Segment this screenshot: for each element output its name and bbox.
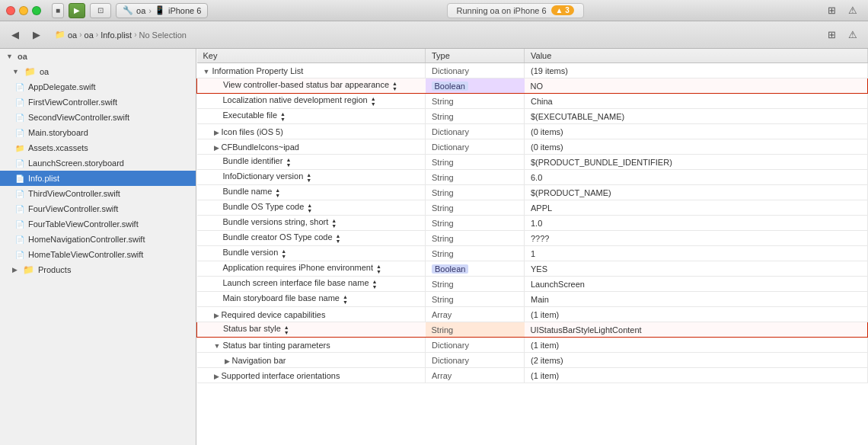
type-label: Dictionary bbox=[432, 341, 469, 350]
warning-icon[interactable]: ⚠ bbox=[844, 2, 862, 20]
table-row[interactable]: Bundle version▲▼String1 bbox=[197, 246, 868, 261]
sidebar-item-mainstoryboard[interactable]: 📄 Main.storyboard bbox=[0, 125, 196, 140]
stepper[interactable]: ▲▼ bbox=[281, 248, 286, 259]
stepper[interactable]: ▲▼ bbox=[376, 264, 381, 274]
plist-key-cell: Bundle versions string, short▲▼ bbox=[197, 216, 426, 231]
sidebar-item-products[interactable]: ▶ 📁 Products bbox=[0, 262, 196, 277]
sidebar-item-fourtablevc[interactable]: 📄 FourTableViewController.swift bbox=[0, 216, 196, 232]
table-row[interactable]: Status bar style▲▼StringUIStatusBarStyle… bbox=[197, 322, 868, 338]
sidebar-toggle-button[interactable]: ⊞ bbox=[822, 2, 841, 20]
maximize-button[interactable] bbox=[32, 6, 41, 15]
table-row[interactable]: ▶Required device capabilitiesArray(1 ite… bbox=[197, 307, 868, 322]
table-row[interactable]: Bundle identifier▲▼String$(PRODUCT_BUNDL… bbox=[197, 155, 868, 170]
disclosure-icon[interactable]: ▶ bbox=[214, 129, 219, 136]
breadcrumb-sep1: › bbox=[79, 30, 81, 39]
table-row[interactable]: View controller-based status bar appeara… bbox=[197, 78, 868, 94]
sidebar-item-secondvc[interactable]: 📄 SecondViewController.swift bbox=[0, 110, 196, 125]
table-row[interactable]: ▶Icon files (iOS 5)Dictionary(0 items) bbox=[197, 124, 868, 139]
warning-badge[interactable]: ▲ 3 bbox=[551, 5, 574, 15]
swift-icon-5: 📄 bbox=[15, 205, 24, 213]
stop-button[interactable]: ■ bbox=[52, 3, 64, 18]
close-button[interactable] bbox=[6, 6, 15, 15]
plist-type-cell: String bbox=[426, 109, 525, 124]
type-label: String bbox=[432, 280, 454, 289]
sidebar-item-fourvc[interactable]: 📄 FourViewController.swift bbox=[0, 201, 196, 216]
products-label: Products bbox=[38, 265, 71, 274]
type-label: String bbox=[432, 295, 454, 304]
minimize-button[interactable] bbox=[19, 6, 28, 15]
disclosure-icon[interactable]: ▶ bbox=[225, 357, 230, 365]
stepper[interactable]: ▲▼ bbox=[392, 81, 397, 91]
toolbar-right: ⊞ ⚠ bbox=[822, 26, 862, 44]
thirdvc-label: ThirdViewController.swift bbox=[28, 189, 120, 198]
breadcrumb-infoplist[interactable]: Info.plist bbox=[101, 30, 132, 40]
disclosure-icon[interactable]: ▼ bbox=[214, 342, 221, 350]
sidebar-item-homenav[interactable]: 📄 HomeNavigationController.swift bbox=[0, 232, 196, 247]
sidebar-root[interactable]: ▼ oa bbox=[0, 49, 196, 64]
plist-value-cell: NO bbox=[525, 78, 868, 94]
table-row[interactable]: Executable file▲▼String$(EXECUTABLE_NAME… bbox=[197, 109, 868, 124]
breadcrumb-folder-icon: 📁 bbox=[55, 30, 65, 40]
device-indicator[interactable]: 🔧 oa › 📱 iPhone 6 bbox=[116, 3, 208, 18]
table-row[interactable]: Bundle OS Type code▲▼StringAPPL bbox=[197, 200, 868, 216]
table-row[interactable]: Bundle versions string, short▲▼String1.0 bbox=[197, 216, 868, 231]
plist-value-cell: (1 item) bbox=[525, 338, 868, 353]
type-label: Dictionary bbox=[432, 356, 469, 365]
build-button[interactable]: ⊡ bbox=[90, 3, 111, 18]
plist-type-cell: Array bbox=[426, 307, 525, 322]
main-layout: ▼ oa ▼ 📁 oa 📄 AppDelegate.swift 📄 FirstV… bbox=[0, 49, 868, 445]
plist-key-cell: ▶Required device capabilities bbox=[197, 307, 426, 322]
table-row[interactable]: Application requires iPhone environment▲… bbox=[197, 261, 868, 277]
table-row[interactable]: ▶Navigation barDictionary(2 items) bbox=[197, 353, 868, 368]
table-row[interactable]: Launch screen interface file base name▲▼… bbox=[197, 277, 868, 292]
disclosure-icon[interactable]: ▼ bbox=[203, 68, 210, 75]
table-row[interactable]: Main storyboard file base name▲▼StringMa… bbox=[197, 292, 868, 307]
table-row[interactable]: ▶CFBundleIcons~ipadDictionary(0 items) bbox=[197, 139, 868, 155]
plist-key-cell: ▶Navigation bar bbox=[197, 353, 426, 368]
sidebar-item-thirdvc[interactable]: 📄 ThirdViewController.swift bbox=[0, 186, 196, 201]
stepper[interactable]: ▲▼ bbox=[372, 279, 378, 290]
stepper[interactable]: ▲▼ bbox=[343, 294, 348, 305]
table-row[interactable]: Bundle creator OS Type code▲▼String???? bbox=[197, 231, 868, 246]
table-row[interactable]: InfoDictionary version▲▼String6.0 bbox=[197, 170, 868, 185]
navigator-forward-button[interactable]: ▶ bbox=[27, 26, 46, 44]
disclosure-icon[interactable]: ▶ bbox=[214, 312, 219, 319]
inspectors-button[interactable]: ⊞ bbox=[822, 26, 841, 44]
sidebar-item-oa-folder[interactable]: ▼ 📁 oa bbox=[0, 64, 196, 79]
disclosure-icon[interactable]: ▶ bbox=[214, 144, 219, 152]
sidebar-item-firstvc[interactable]: 📄 FirstViewController.swift bbox=[0, 94, 196, 110]
assets-label: Assets.xcassets bbox=[28, 143, 88, 152]
sidebar-item-appdelegate[interactable]: 📄 AppDelegate.swift bbox=[0, 79, 196, 94]
breadcrumb-oa2[interactable]: oa bbox=[85, 30, 94, 40]
run-button[interactable]: ▶ bbox=[69, 3, 85, 18]
stepper[interactable]: ▲▼ bbox=[284, 325, 289, 335]
stepper[interactable]: ▲▼ bbox=[286, 157, 291, 168]
plist-type-cell: String bbox=[426, 322, 525, 338]
sidebar-item-infoplist[interactable]: 📄 Info.plist bbox=[0, 171, 196, 186]
app-name: oa bbox=[136, 6, 145, 15]
stepper[interactable]: ▲▼ bbox=[307, 203, 312, 213]
running-status: Running oa on iPhone 6 ▲ 3 bbox=[447, 3, 584, 18]
stepper[interactable]: ▲▼ bbox=[280, 111, 286, 122]
sidebar-item-hometable[interactable]: 📄 HomeTableViewController.swift bbox=[0, 247, 196, 262]
stepper[interactable]: ▲▼ bbox=[336, 233, 341, 244]
stepper[interactable]: ▲▼ bbox=[331, 218, 337, 229]
type-label: String bbox=[432, 234, 454, 243]
table-row[interactable]: ▼Information Property ListDictionary(19 … bbox=[197, 63, 868, 78]
oa-folder-label: oa bbox=[40, 67, 49, 76]
disclosure-icon[interactable]: ▶ bbox=[214, 373, 219, 380]
stepper[interactable]: ▲▼ bbox=[275, 187, 280, 198]
table-row[interactable]: ▼Status bar tinting parametersDictionary… bbox=[197, 338, 868, 353]
navigator-back-button[interactable]: ◀ bbox=[6, 26, 24, 44]
root-disclosure: ▼ bbox=[6, 53, 13, 60]
breadcrumb-oa1[interactable]: oa bbox=[68, 30, 77, 40]
plist-type-cell: String bbox=[426, 200, 525, 216]
stepper[interactable]: ▲▼ bbox=[306, 172, 311, 183]
warning-button[interactable]: ⚠ bbox=[844, 26, 862, 44]
table-row[interactable]: Localization native development region▲▼… bbox=[197, 94, 868, 109]
table-row[interactable]: ▶Supported interface orientationsArray(1… bbox=[197, 368, 868, 383]
stepper[interactable]: ▲▼ bbox=[371, 96, 376, 107]
sidebar-item-launchscreen[interactable]: 📄 LaunchScreen.storyboard bbox=[0, 155, 196, 171]
table-row[interactable]: Bundle name▲▼String$(PRODUCT_NAME) bbox=[197, 185, 868, 200]
sidebar-item-assets[interactable]: 📁 Assets.xcassets bbox=[0, 140, 196, 155]
